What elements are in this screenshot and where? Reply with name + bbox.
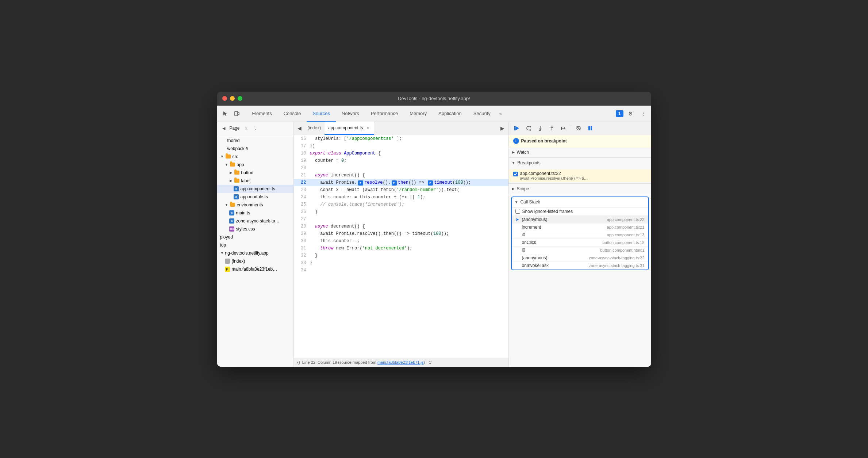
editor-tab-app-component[interactable]: app.component.ts ×: [324, 122, 374, 135]
editor-pane: ◀ (index) app.component.ts × ▶ 16: [294, 122, 509, 367]
stack-frame-oninvoketask[interactable]: onInvokeTask zone-async-stack-tagging.ts…: [512, 262, 648, 270]
resume-btn[interactable]: [512, 123, 522, 133]
stack-frame-i0[interactable]: i0 app.component.ts:13: [512, 231, 648, 239]
ignore-frames-checkbox[interactable]: [515, 209, 520, 214]
tree-item-button[interactable]: ▶ button: [217, 169, 293, 177]
step-over-btn[interactable]: [523, 123, 534, 133]
close-button[interactable]: [222, 96, 227, 101]
tree-item-zone-async[interactable]: ts zone-async-stack-ta…: [217, 217, 293, 225]
tree-item-environments[interactable]: ▼ environments: [217, 201, 293, 209]
tab-network[interactable]: Network: [336, 106, 365, 122]
code-editor[interactable]: 16 styleUrls: ['/appcomponentcss' ]; 17 …: [294, 135, 508, 358]
line-number: 17: [294, 142, 310, 150]
tab-label: app.component.ts: [328, 125, 363, 130]
breakpoint-checkbox[interactable]: [513, 172, 518, 176]
stack-frame-i0-html[interactable]: i0 button.component.html:1: [512, 247, 648, 254]
frame-name: i0: [522, 248, 600, 253]
tab-memory[interactable]: Memory: [404, 106, 433, 122]
frame-location: zone-async-stack-tagging.ts:31: [589, 263, 644, 268]
line-content: styleUrls: ['/appcomponentcss' ];: [310, 135, 508, 142]
cursor-icon-btn[interactable]: [220, 108, 230, 119]
tree-label: thored: [227, 138, 240, 143]
tab-application[interactable]: Application: [433, 106, 468, 122]
tree-item-index[interactable]: (index): [217, 257, 293, 265]
tree-label: environments: [237, 202, 263, 207]
call-stack-header[interactable]: ▼ Call Stack: [512, 197, 648, 207]
device-icon-btn[interactable]: [232, 108, 242, 119]
sidebar-header: ◀ Page » ⋮: [217, 122, 293, 135]
tree-item-thored[interactable]: thored: [217, 137, 293, 145]
line-number: 21: [294, 172, 310, 179]
frame-name: increment: [522, 225, 607, 230]
tree-label: webpack://: [227, 146, 248, 151]
tree-item-top[interactable]: top: [217, 241, 293, 249]
svg-rect-3: [514, 126, 515, 130]
menu-btn[interactable]: ⋮: [638, 108, 648, 119]
code-line-17: 17 }): [294, 142, 508, 150]
more-tabs-btn[interactable]: »: [496, 106, 505, 122]
stack-frame-increment[interactable]: increment app.component.ts:21: [512, 224, 648, 231]
tree-item-app-component-ts[interactable]: ts app.component.ts: [217, 185, 293, 193]
tree-item-app[interactable]: ▼ app: [217, 161, 293, 169]
tree-item-src[interactable]: ▼ src: [217, 153, 293, 161]
tab-console[interactable]: Console: [278, 106, 307, 122]
step-into-btn[interactable]: [535, 123, 545, 133]
notification-badge[interactable]: 1: [616, 110, 623, 117]
tree-item-styles-css[interactable]: css styles.css: [217, 225, 293, 233]
info-icon: i: [513, 138, 519, 144]
format-icon[interactable]: {}: [297, 360, 300, 365]
breakpoints-header[interactable]: ▼ Breakpoints: [509, 158, 651, 168]
line-number: 16: [294, 135, 310, 142]
scope-section: ▶ Scope: [509, 184, 651, 194]
stack-frame-anonymous-zone[interactable]: (anonymous) zone-async-stack-tagging.ts:…: [512, 254, 648, 262]
tab-performance[interactable]: Performance: [365, 106, 404, 122]
folder-icon: [230, 162, 235, 168]
line-content: this.counter = this.counter + (+x || 1);: [310, 194, 508, 201]
step-out-btn[interactable]: [547, 123, 557, 133]
right-panel: i Paused on breakpoint ▶ Watch ▼: [509, 122, 651, 367]
scope-header[interactable]: ▶ Scope: [509, 184, 651, 194]
line-number: 18: [294, 150, 310, 157]
editor-back-btn[interactable]: ◀: [295, 124, 304, 133]
breakpoint-code: await Promise.resolve().then(() => ti…: [520, 176, 647, 180]
line-content: await Promise.▶resolve().▶then(() => ▶ti…: [310, 179, 508, 186]
source-map-link[interactable]: main.fa8bfa0e23f1eb71.js: [377, 360, 424, 365]
code-line-21: 21 async increment() {: [294, 172, 508, 179]
tree-item-app-module-ts[interactable]: ts app.module.ts: [217, 193, 293, 201]
line-content: }: [310, 208, 508, 215]
sidebar-more-btn[interactable]: »: [243, 125, 250, 132]
sidebar-menu-btn[interactable]: ⋮: [252, 125, 260, 132]
tab-close-btn[interactable]: ×: [365, 125, 370, 130]
code-line-34: 34: [294, 267, 508, 274]
sidebar-back-btn[interactable]: ◀: [220, 125, 227, 132]
stack-frame-onclick[interactable]: onClick button.component.ts:18: [512, 239, 648, 247]
line-number: 31: [294, 245, 310, 252]
editor-tab-index[interactable]: (index): [304, 122, 325, 135]
maximize-button[interactable]: [238, 96, 242, 101]
line-content: }: [310, 252, 508, 259]
minimize-button[interactable]: [230, 96, 235, 101]
debug-panels: i Paused on breakpoint ▶ Watch ▼: [509, 135, 651, 367]
tab-sources[interactable]: Sources: [307, 106, 336, 122]
editor-jump-btn[interactable]: ▶: [498, 124, 507, 133]
breakpoint-notice-text: Paused on breakpoint: [521, 138, 567, 144]
tree-item-ng-devtools[interactable]: ▼ ng-devtools.netlify.app: [217, 249, 293, 257]
stack-frame-anonymous[interactable]: ➤ (anonymous) app.component.ts:22: [512, 216, 648, 224]
tree-item-main-fa8bfa[interactable]: js main.fa8bfa0e23f1eb…: [217, 265, 293, 273]
titlebar: DevTools - ng-devtools.netlify.app/: [217, 92, 651, 106]
js-file-icon: js: [224, 266, 230, 272]
tree-item-label[interactable]: ▶ label: [217, 177, 293, 185]
tab-elements[interactable]: Elements: [246, 106, 278, 122]
tree-item-ployed[interactable]: ployed: [217, 233, 293, 241]
tree-label: ployed: [220, 234, 233, 240]
settings-btn[interactable]: ⚙: [626, 108, 636, 119]
watch-header[interactable]: ▶ Watch: [509, 147, 651, 157]
line-content: const x = await (await fetch('/random-nu…: [310, 186, 508, 194]
tree-item-webpack[interactable]: webpack://: [217, 145, 293, 153]
tab-security[interactable]: Security: [468, 106, 496, 122]
deactivate-btn[interactable]: [573, 123, 584, 133]
step-btn[interactable]: [558, 123, 569, 133]
tree-item-main-ts[interactable]: ts main.ts: [217, 209, 293, 217]
line-number: 25: [294, 201, 310, 208]
pause-exceptions-btn[interactable]: [585, 123, 595, 133]
